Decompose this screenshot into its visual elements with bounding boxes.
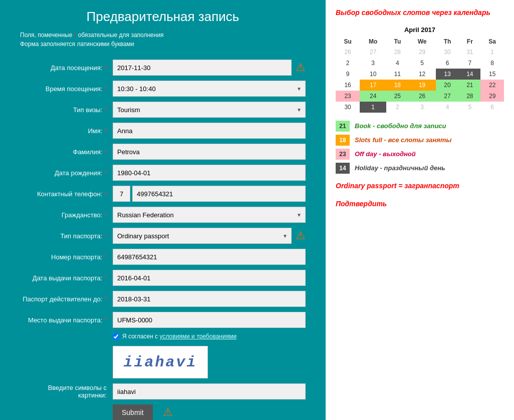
submit-row: Submit ⚠ <box>20 404 306 420</box>
calendar-cell[interactable]: 6 <box>480 102 504 113</box>
passport-expiry-label: Паспорт действителен до: * <box>20 295 113 303</box>
phone-number-input[interactable] <box>132 186 306 202</box>
phone-country-input[interactable] <box>113 186 130 202</box>
passport-issue-label: Дата выдачи паспорта: * <box>20 274 113 282</box>
calendar-cell[interactable]: 10 <box>360 69 386 80</box>
calendar-cell[interactable]: 15 <box>480 69 504 80</box>
calendar-cell[interactable]: 2 <box>336 58 360 69</box>
calendar-cell[interactable]: 25 <box>386 91 408 102</box>
phone-row: Контактный телефон: * <box>20 186 306 202</box>
calendar-cell[interactable]: 26 <box>336 47 360 58</box>
calendar-cell[interactable]: 29 <box>409 47 436 58</box>
calendar-cell[interactable]: 20 <box>436 80 459 91</box>
calendar-cell[interactable]: 16 <box>336 80 360 91</box>
calendar-cell[interactable]: 27 <box>360 47 386 58</box>
calendar-cell[interactable]: 28 <box>459 91 480 102</box>
calendar-cell[interactable]: 31 <box>459 47 480 58</box>
captcha-display: iiahavi <box>123 354 197 371</box>
visit-date-input[interactable] <box>113 60 292 76</box>
calendar-cell[interactable]: 3 <box>409 102 436 113</box>
calendar: April 2017 Su Mo Tu We Th Fr Sa 26272829… <box>336 26 504 113</box>
name-row: Имя: * <box>20 123 306 139</box>
agree-row: Я согласен с условиями и требованиями <box>20 333 306 340</box>
calendar-cell[interactable]: 4 <box>436 102 459 113</box>
calendar-cell[interactable]: 30 <box>336 102 360 113</box>
calendar-cell[interactable]: 5 <box>459 102 480 113</box>
agree-checkbox[interactable] <box>113 333 119 340</box>
passport-place-input[interactable] <box>113 312 306 328</box>
calendar-row: 2627282930311 <box>336 47 504 58</box>
calendar-cell[interactable]: 3 <box>360 58 386 69</box>
calendar-cell[interactable]: 2 <box>386 102 408 113</box>
legend-text-book: Book - свободно для записи <box>355 122 446 130</box>
visa-type-row: Тип визы: * Tourism Business Student <box>20 102 306 118</box>
calendar-header-row: Su Mo Tu We Th Fr Sa <box>336 37 504 47</box>
passport-place-row: Место выдачи паспорта: * <box>20 312 306 328</box>
citizenship-select[interactable]: Russian Federation USA Germany China <box>113 207 306 223</box>
passport-expiry-input[interactable] <box>113 291 306 307</box>
calendar-cell[interactable]: 11 <box>386 69 408 80</box>
terms-link[interactable]: условиями и требованиями <box>160 333 237 340</box>
calendar-cell[interactable]: 23 <box>336 91 360 102</box>
form-area: Дата посещения: * ⚠ Время посещения: * 1… <box>0 55 326 420</box>
captcha-input[interactable] <box>113 383 306 399</box>
calendar-cell[interactable]: 22 <box>480 80 504 91</box>
calendar-cell[interactable]: 8 <box>480 58 504 69</box>
calendar-cell[interactable]: 13 <box>436 69 459 80</box>
visa-type-select[interactable]: Tourism Business Student <box>113 102 306 118</box>
legend-item-book: 21 Book - свободно для записи <box>336 121 504 132</box>
calendar-cell[interactable]: 6 <box>436 58 459 69</box>
legend-box-orange: 18 <box>336 135 350 146</box>
passport-number-input[interactable] <box>113 249 306 265</box>
calendar-cell[interactable]: 1 <box>360 102 386 113</box>
calendar-cell[interactable]: 7 <box>459 58 480 69</box>
legend-item-holiday: 14 Holiday - праздничный день <box>336 163 504 174</box>
captcha-refresh-button[interactable]: ↻ <box>212 355 227 369</box>
calendar-cell[interactable]: 14 <box>459 69 480 80</box>
calendar-cell[interactable]: 5 <box>409 58 436 69</box>
cal-header-th: Th <box>436 37 459 47</box>
calendar-cell[interactable]: 28 <box>386 47 408 58</box>
passport-issue-row: Дата выдачи паспорта: * <box>20 270 306 286</box>
visit-time-row: Время посещения: * 10:30 - 10:40 10:40 -… <box>20 81 306 97</box>
name-input[interactable] <box>113 123 306 139</box>
calendar-cell[interactable]: 12 <box>409 69 436 80</box>
passport-issue-input[interactable] <box>113 270 306 286</box>
cal-header-sa: Sa <box>480 37 504 47</box>
surname-input[interactable] <box>113 144 306 160</box>
dob-input[interactable] <box>113 165 306 181</box>
citizenship-label: Гражданство: * <box>20 211 113 219</box>
calendar-cell[interactable]: 4 <box>386 58 408 69</box>
legend-item-off: 23 Off day - выходной <box>336 149 504 160</box>
passport-type-select[interactable]: Ordinary passport Diplomatic passport Se… <box>113 228 292 244</box>
calendar-cell[interactable]: 1 <box>480 47 504 58</box>
phone-label: Контактный телефон: * <box>20 190 113 198</box>
calendar-cell[interactable]: 30 <box>436 47 459 58</box>
passport-place-label: Место выдачи паспорта: * <box>20 316 113 324</box>
legend-box-green: 21 <box>336 121 350 132</box>
citizenship-select-wrapper: Russian Federation USA Germany China <box>113 207 306 223</box>
calendar-row: 30123456 <box>336 102 504 113</box>
calendar-cell[interactable]: 27 <box>436 91 459 102</box>
agree-label: Я согласен с условиями и требованиями <box>122 333 236 340</box>
calendar-cell[interactable]: 17 <box>360 80 386 91</box>
passport-number-row: Номер паспорта: * <box>20 249 306 265</box>
right-panel: Выбор свободных слотов через календарь A… <box>326 0 514 420</box>
visit-date-row: Дата посещения: * ⚠ <box>20 60 306 76</box>
calendar-cell[interactable]: 19 <box>409 80 436 91</box>
calendar-cell[interactable]: 26 <box>409 91 436 102</box>
calendar-cell[interactable]: 24 <box>360 91 386 102</box>
calendar-hint: Выбор свободных слотов через календарь <box>336 8 504 18</box>
calendar-cell[interactable]: 9 <box>336 69 360 80</box>
passport-type-label: Тип паспорта: * <box>20 232 113 240</box>
subtitle-block: Поля, помеченные * обязательные для запо… <box>0 32 326 55</box>
visit-date-warning-icon: ⚠ <box>296 61 306 74</box>
visit-time-select-wrapper: 10:30 - 10:40 10:40 - 10:50 11:00 - 11:1… <box>113 81 306 97</box>
visit-time-select[interactable]: 10:30 - 10:40 10:40 - 10:50 11:00 - 11:1… <box>113 81 306 97</box>
calendar-cell[interactable]: 21 <box>459 80 480 91</box>
calendar-row: 23242526272829 <box>336 91 504 102</box>
calendar-cell[interactable]: 18 <box>386 80 408 91</box>
confirm-note: Подтвердить <box>336 200 504 208</box>
submit-button[interactable]: Submit <box>113 404 153 420</box>
calendar-cell[interactable]: 29 <box>480 91 504 102</box>
